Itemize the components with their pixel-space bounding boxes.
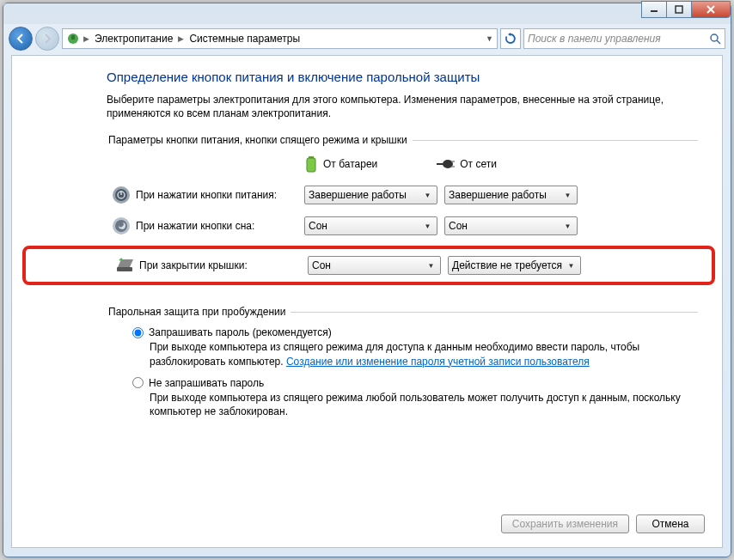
radio-require-desc: При выходе компьютера из спящего режима …	[150, 340, 698, 368]
power-button-icon	[107, 186, 136, 204]
address-bar[interactable]: ▶ Электропитание ▶ Системные параметры ▼	[62, 28, 498, 49]
window-controls	[642, 1, 731, 18]
chevron-down-icon: ▼	[565, 259, 578, 271]
svg-rect-20	[117, 267, 132, 271]
row-lid-close: При закрытии крышки: Сон ▼ Действие не т…	[22, 246, 715, 285]
svg-line-7	[717, 40, 720, 44]
sleep-battery-select[interactable]: Сон ▼	[304, 216, 437, 235]
radio-require-label: Запрашивать пароль (рекомендуется)	[149, 326, 332, 338]
row-lid-label: При закрытии крышки:	[139, 259, 308, 271]
chevron-right-icon: ▶	[178, 34, 184, 43]
radio-no-password: Не запрашивать пароль При выходе компьют…	[132, 377, 698, 418]
footer-buttons: Сохранить изменения Отмена	[501, 514, 705, 533]
search-input[interactable]: Поиск в панели управления	[523, 28, 725, 49]
password-legend: Парольная защита при пробуждении	[107, 306, 291, 318]
chevron-right-icon: ▶	[83, 34, 89, 43]
lid-battery-select[interactable]: Сон ▼	[308, 256, 441, 275]
power-ac-select[interactable]: Завершение работы ▼	[444, 186, 578, 204]
content-area: Определение кнопок питания и включение п…	[11, 55, 723, 548]
row-power-button: При нажатии кнопки питания: Завершение р…	[107, 184, 698, 206]
search-icon[interactable]	[709, 33, 721, 45]
nav-row: ▶ Электропитание ▶ Системные параметры ▼…	[3, 24, 731, 53]
svg-point-6	[711, 34, 718, 41]
power-options-icon	[66, 32, 80, 46]
page-intro: Выберите параметры электропитания для эт…	[107, 93, 698, 120]
column-headers: От батареи От сети	[304, 155, 698, 173]
buttons-legend: Параметры кнопки питания, кнопки спящего…	[107, 134, 413, 146]
maximize-button[interactable]	[666, 1, 692, 18]
svg-rect-9	[307, 158, 315, 172]
row-sleep-label: При нажатии кнопки сна:	[136, 220, 304, 232]
create-password-link[interactable]: Создание или изменение пароля учетной за…	[286, 356, 590, 368]
titlebar	[3, 3, 731, 24]
breadcrumb-item-2[interactable]: Системные параметры	[187, 33, 302, 45]
radio-norequire-desc: При выходе компьютера из спящего режима …	[150, 391, 698, 418]
battery-icon	[304, 155, 318, 173]
lid-ac-select[interactable]: Действие не требуется ▼	[448, 256, 581, 275]
minimize-button[interactable]	[641, 1, 667, 18]
chevron-down-icon: ▼	[421, 189, 434, 201]
col-battery-label: От батареи	[323, 158, 377, 170]
plug-icon	[436, 157, 455, 171]
sleep-button-icon	[107, 216, 136, 235]
chevron-down-icon: ▼	[421, 220, 434, 232]
svg-rect-1	[676, 6, 682, 13]
svg-rect-5	[71, 35, 75, 40]
radio-require-password: Запрашивать пароль (рекомендуется) При в…	[132, 326, 698, 368]
breadcrumb-item-1[interactable]: Электропитание	[93, 33, 174, 45]
refresh-button[interactable]	[500, 28, 521, 49]
row-power-label: При нажатии кнопки питания:	[136, 189, 304, 201]
chevron-down-icon: ▼	[561, 189, 574, 201]
row-sleep-button: При нажатии кнопки сна: Сон ▼ Сон ▼	[107, 215, 698, 237]
radio-require-input[interactable]	[132, 327, 144, 338]
search-placeholder: Поиск в панели управления	[528, 33, 661, 45]
page-title: Определение кнопок питания и включение п…	[107, 70, 698, 84]
cancel-button[interactable]: Отмена	[636, 514, 705, 533]
window-frame: ▶ Электропитание ▶ Системные параметры ▼…	[3, 3, 731, 557]
password-fieldset: Парольная защита при пробуждении Запраши…	[107, 306, 698, 427]
col-ac: От сети	[436, 157, 497, 171]
forward-button[interactable]	[35, 27, 59, 51]
laptop-lid-icon	[110, 257, 139, 274]
chevron-down-icon[interactable]: ▼	[486, 34, 493, 43]
col-battery: От батареи	[304, 155, 377, 173]
save-button[interactable]: Сохранить изменения	[501, 514, 629, 533]
sleep-ac-select[interactable]: Сон ▼	[444, 216, 578, 235]
power-battery-select[interactable]: Завершение работы ▼	[304, 186, 437, 204]
radio-norequire-input[interactable]	[132, 377, 144, 388]
chevron-down-icon: ▼	[561, 220, 574, 232]
back-button[interactable]	[9, 27, 33, 51]
close-button[interactable]	[691, 1, 731, 18]
radio-norequire-label: Не запрашивать пароль	[149, 377, 264, 389]
col-ac-label: От сети	[460, 158, 497, 170]
chevron-down-icon: ▼	[425, 259, 437, 271]
buttons-fieldset: Параметры кнопки питания, кнопки спящего…	[107, 134, 698, 294]
